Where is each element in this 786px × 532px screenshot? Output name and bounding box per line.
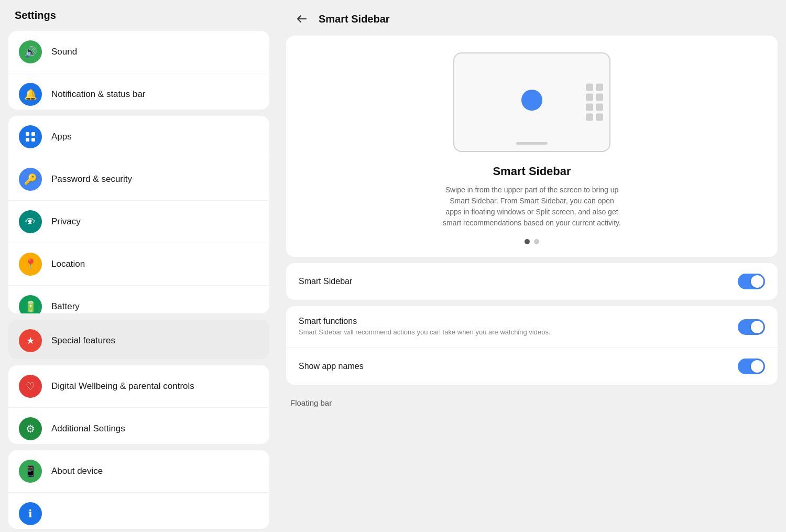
main-panel: Smart Sidebar Smart Sidebar Swipe in fro… (278, 0, 786, 532)
password-icon: 🔑 (19, 168, 42, 191)
additional-icon: ⚙ (19, 417, 42, 440)
intro-card: Smart Sidebar Swipe in from the upper pa… (286, 36, 778, 257)
notification-icon: 🔔 (19, 83, 42, 106)
toggle-text-smart-functions: Smart functions Smart Sidebar will recom… (299, 317, 729, 337)
dots-indicator (525, 239, 539, 244)
intro-desc: Swipe in from the upper part of the scre… (443, 184, 621, 229)
sidebar-item-password[interactable]: 🔑 Password & security (8, 158, 269, 201)
toggle-knob-3 (751, 360, 763, 373)
toggle-text-smart-sidebar: Smart Sidebar (299, 277, 729, 286)
sidebar-card-top: 🔊 Sound 🔔 Notification & status bar (8, 31, 269, 110)
show-app-names-toggle[interactable] (738, 359, 765, 374)
preview-illustration (453, 52, 610, 152)
sidebar-dot (586, 84, 593, 91)
about-icon: 📱 (19, 460, 42, 483)
sidebar-card-special: ★ Special features (8, 320, 269, 359)
wellbeing-icon: ♡ (19, 375, 42, 398)
battery-label: Battery (51, 301, 80, 312)
toggle-knob-2 (751, 321, 763, 333)
notification-label: Notification & status bar (51, 89, 146, 100)
sidebar-item-additional[interactable]: ⚙ Additional Settings (8, 408, 269, 444)
preview-sidebar-dots (586, 84, 603, 121)
preview-home-bar (516, 142, 548, 145)
sidebar-dot (596, 114, 603, 121)
panel-header: Smart Sidebar (278, 0, 786, 36)
privacy-label: Privacy (51, 216, 81, 227)
battery-icon: 🔋 (19, 295, 42, 313)
smart-functions-title: Smart functions (299, 317, 729, 326)
wellbeing-label: Digital Wellbeing & parental controls (51, 381, 194, 392)
toggle-knob (751, 275, 763, 288)
smart-functions-toggle[interactable] (738, 319, 765, 335)
sidebar-dot (596, 104, 603, 111)
toggle-row-show-app-names[interactable]: Show app names (286, 348, 778, 385)
panel-title: Smart Sidebar (319, 13, 390, 25)
special-label: Special features (51, 335, 115, 346)
sidebar-item-extra[interactable]: ℹ (8, 493, 269, 529)
smart-sidebar-toggle[interactable] (738, 274, 765, 289)
sound-label: Sound (51, 47, 77, 57)
sidebar-item-privacy[interactable]: 👁 Privacy (8, 201, 269, 243)
intro-title: Smart Sidebar (493, 165, 571, 178)
smart-functions-desc: Smart Sidebar will recommend actions you… (299, 328, 729, 337)
extra-icon: ℹ (19, 502, 42, 525)
dot-2[interactable] (534, 239, 539, 244)
additional-label: Additional Settings (51, 424, 125, 434)
sidebar-card-last: 📱 About device ℹ (8, 450, 269, 529)
special-icon: ★ (19, 329, 42, 352)
privacy-icon: 👁 (19, 210, 42, 233)
back-button[interactable] (292, 9, 311, 28)
sidebar-item-about[interactable]: 📱 About device (8, 450, 269, 493)
sidebar-title: Settings (0, 0, 278, 28)
sidebar-item-wellbeing[interactable]: ♡ Digital Wellbeing & parental controls (8, 365, 269, 408)
sidebar-item-special[interactable]: ★ Special features (8, 320, 269, 359)
toggle-row-smart-functions[interactable]: Smart functions Smart Sidebar will recom… (286, 306, 778, 348)
sidebar-dot (586, 114, 593, 121)
sidebar: Settings 🔊 Sound 🔔 Notification & status… (0, 0, 278, 532)
smart-functions-card: Smart functions Smart Sidebar will recom… (286, 306, 778, 385)
password-label: Password & security (51, 174, 132, 184)
sound-icon: 🔊 (19, 40, 42, 63)
toggle-row-smart-sidebar[interactable]: Smart Sidebar (286, 263, 778, 300)
smart-sidebar-title: Smart Sidebar (299, 277, 729, 286)
location-label: Location (51, 259, 85, 269)
about-label: About device (51, 466, 103, 476)
sidebar-item-battery[interactable]: 🔋 Battery (8, 286, 269, 313)
svg-rect-0 (26, 132, 29, 136)
svg-rect-3 (31, 138, 35, 142)
floating-bar-label: Floating bar (278, 391, 786, 411)
toggle-text-show-app-names: Show app names (299, 362, 729, 371)
sidebar-card-mid: Apps 🔑 Password & security 👁 Privacy 📍 L… (8, 116, 269, 313)
sidebar-dot (596, 94, 603, 101)
sidebar-card-bottom: ♡ Digital Wellbeing & parental controls … (8, 365, 269, 444)
svg-rect-2 (26, 138, 29, 142)
sidebar-dot (586, 104, 593, 111)
sidebar-item-sound[interactable]: 🔊 Sound (8, 31, 269, 73)
sidebar-dot (586, 94, 593, 101)
sidebar-dot (596, 84, 603, 91)
svg-rect-1 (31, 132, 35, 136)
smart-sidebar-toggle-card: Smart Sidebar (286, 263, 778, 300)
apps-icon (19, 125, 42, 148)
sidebar-item-location[interactable]: 📍 Location (8, 243, 269, 286)
apps-label: Apps (51, 132, 72, 142)
sidebar-item-notification[interactable]: 🔔 Notification & status bar (8, 73, 269, 110)
dot-1[interactable] (525, 239, 530, 244)
sidebar-item-apps[interactable]: Apps (8, 116, 269, 158)
preview-dot (521, 90, 542, 111)
show-app-names-title: Show app names (299, 362, 729, 371)
location-icon: 📍 (19, 253, 42, 276)
